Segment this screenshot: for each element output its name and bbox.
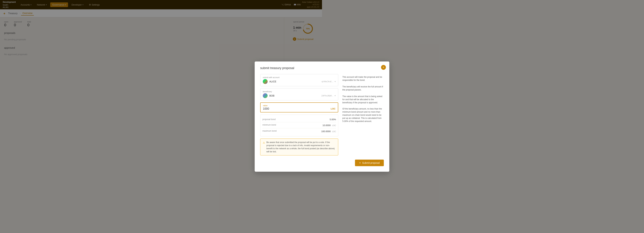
beneficiary-field[interactable]: beneficiary BOB ZAP5o2BjW... ▾ — [260, 88, 322, 100]
bob-avatar — [263, 93, 268, 98]
bond-info-block: proposal bond 5.00% minimum bond 10.0000… — [260, 114, 322, 117]
modal-form: submit with account ALICE ajYMsCKsE... ▾ — [260, 74, 322, 117]
value-field[interactable]: value LOC — [260, 102, 322, 112]
modal-title: submit treasury proposal — [260, 66, 322, 70]
beneficiary-row: BOB ZAP5o2BjW... ▾ — [263, 93, 322, 98]
value-label: value — [263, 104, 322, 106]
beneficiary-info: BOB — [263, 93, 274, 98]
submit-proposal-modal: submit treasury proposal × submit with a… — [255, 62, 322, 117]
beneficiary-label: beneficiary — [263, 90, 322, 92]
account-info: ALICE — [263, 79, 276, 84]
account-row: ALICE ajYMsCKsE... ▾ — [263, 79, 322, 84]
value-input-row: LOC — [263, 107, 322, 110]
bob-name: BOB — [269, 94, 274, 97]
submit-with-account-field[interactable]: submit with account ALICE ajYMsCKsE... ▾ — [260, 74, 322, 86]
modal-overlay[interactable]: submit treasury proposal × submit with a… — [0, 0, 322, 116]
value-input[interactable] — [263, 107, 322, 110]
alice-name: ALICE — [269, 80, 276, 83]
bob-hash: ZAP5o2BjW... — [322, 95, 322, 97]
alice-hash: ajYMsCKsE... — [322, 80, 322, 82]
submit-account-label: submit with account — [263, 76, 322, 78]
alice-avatar — [263, 79, 268, 84]
modal-body: submit with account ALICE ajYMsCKsE... ▾ — [260, 74, 322, 117]
